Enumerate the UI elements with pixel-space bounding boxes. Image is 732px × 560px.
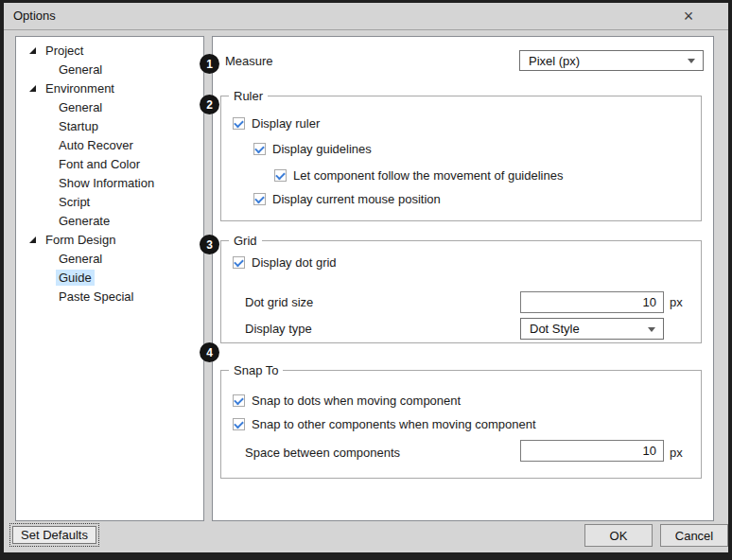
tree-item-show-information[interactable]: Show Information [16, 173, 203, 192]
tree-item-label[interactable]: Project [43, 43, 86, 59]
check-icon [254, 193, 265, 203]
dot-grid-size-unit: px [670, 295, 683, 309]
checkbox-row: Display guidelines [253, 141, 372, 156]
tree-item-label[interactable]: Form Design [43, 232, 118, 248]
check-icon [234, 418, 244, 429]
check-icon [254, 143, 265, 153]
tree-item-label[interactable]: Paste Special [56, 289, 137, 305]
grid-group: Grid Dot grid size 10 px Display type Do… [220, 240, 702, 343]
checkbox-label: Display ruler [252, 116, 320, 131]
tree-item-guide[interactable]: Guide [16, 268, 203, 287]
checkbox[interactable] [253, 143, 266, 155]
checkbox-row: Snap to dots when moving component [233, 393, 461, 408]
check-icon [234, 117, 244, 128]
tree-item-label[interactable]: General [56, 61, 105, 78]
display-type-select-value: Dot Style [530, 322, 580, 336]
check-icon [275, 169, 286, 180]
tree-item-script[interactable]: Script [16, 192, 203, 211]
checkbox[interactable] [233, 394, 245, 407]
dot-grid-size-value: 10 [643, 295, 656, 309]
checkbox[interactable] [233, 117, 245, 130]
expander-icon[interactable] [29, 85, 36, 92]
settings-pane: Measure Pixel (px) Ruler Display rulerDi… [212, 36, 714, 521]
checkbox-row: Let component follow the movement of gui… [274, 167, 563, 183]
ruler-group-title: Ruler [229, 89, 268, 103]
tree-item-label[interactable]: Environment [43, 80, 117, 96]
checkbox-label: Snap to other components when moving com… [252, 417, 536, 431]
tree-item-general[interactable]: General [16, 60, 203, 79]
set-defaults-focus-ring: Set Defaults [9, 523, 99, 547]
callout-badge-3: 3 [200, 235, 219, 254]
close-icon[interactable]: × [675, 3, 702, 29]
tree-item-auto-recover[interactable]: Auto Recover [16, 135, 203, 154]
dot-grid-size-input[interactable]: 10 [520, 291, 664, 313]
checkbox[interactable] [233, 256, 245, 269]
tree-item-label[interactable]: Show Information [56, 175, 157, 191]
measure-select[interactable]: Pixel (px) [519, 50, 704, 71]
checkbox-row: Snap to other components when moving com… [233, 416, 536, 431]
ruler-group: Ruler Display rulerDisplay guidelinesLet… [220, 96, 702, 221]
cancel-button[interactable]: Cancel [660, 524, 728, 547]
checkbox-row: Display dot grid [233, 254, 337, 270]
space-between-unit: px [670, 446, 683, 460]
tree-item-label[interactable]: Script [56, 194, 93, 210]
check-icon [234, 394, 244, 405]
tree-item-label[interactable]: Auto Recover [56, 137, 136, 153]
tree-item-general[interactable]: General [16, 249, 203, 268]
title-bar: Options × [4, 3, 728, 30]
grid-group-title: Grid [229, 234, 262, 248]
expander-icon[interactable] [29, 236, 36, 243]
set-defaults-button[interactable]: Set Defaults [12, 526, 96, 544]
checkbox[interactable] [274, 169, 287, 182]
settings-tree: ProjectGeneralEnvironmentGeneralStartupA… [15, 36, 204, 521]
checkbox-row: Display ruler [233, 115, 320, 131]
display-type-select[interactable]: Dot Style [520, 318, 664, 340]
checkbox-label: Snap to dots when moving component [252, 394, 461, 408]
checkbox[interactable] [233, 418, 245, 430]
window-title: Options [13, 3, 56, 29]
measure-select-value: Pixel (px) [529, 54, 580, 68]
tree-item-label[interactable]: Guide [56, 270, 95, 286]
options-dialog: Options × ProjectGeneralEnvironmentGener… [0, 0, 732, 560]
expander-icon[interactable] [29, 47, 36, 54]
tree-item-paste-special[interactable]: Paste Special [16, 287, 203, 306]
space-between-input[interactable]: 10 [520, 440, 664, 462]
callout-badge-2: 2 [200, 95, 219, 114]
callout-badge-1: 1 [200, 54, 219, 74]
chevron-down-icon [648, 327, 655, 332]
checkbox-label: Display dot grid [252, 255, 337, 270]
tree-item-label[interactable]: General [56, 99, 105, 115]
ok-button[interactable]: OK [584, 524, 653, 547]
display-type-label: Display type [245, 322, 312, 336]
tree-item-label[interactable]: General [56, 251, 105, 267]
checkbox[interactable] [253, 193, 266, 205]
checkbox-label: Let component follow the movement of gui… [293, 168, 563, 183]
tree-item-generate[interactable]: Generate [16, 211, 203, 230]
space-between-value: 10 [643, 444, 656, 458]
chevron-down-icon [688, 59, 695, 63]
check-icon [234, 256, 244, 267]
tree-item-label[interactable]: Startup [56, 118, 101, 134]
measure-label: Measure [225, 54, 273, 68]
tree-item-label[interactable]: Font and Color [56, 156, 143, 172]
checkbox-label: Display guidelines [272, 142, 372, 156]
tree-item-startup[interactable]: Startup [16, 116, 203, 135]
tree-item-label[interactable]: Generate [56, 213, 113, 229]
snap-to-group-title: Snap To [229, 363, 283, 377]
snap-to-group: Snap To Space between components 10 px S… [220, 370, 702, 479]
tree-item-project[interactable]: Project [16, 41, 203, 60]
space-between-label: Space between components [245, 446, 400, 460]
tree-item-general[interactable]: General [16, 97, 203, 116]
checkbox-label: Display current mouse position [272, 192, 441, 206]
callout-badge-4: 4 [200, 342, 219, 362]
tree-item-environment[interactable]: Environment [16, 79, 203, 97]
tree-item-form-design[interactable]: Form Design [16, 230, 203, 249]
checkbox-row: Display current mouse position [253, 191, 441, 206]
tree-item-font-and-color[interactable]: Font and Color [16, 154, 203, 173]
dot-grid-size-label: Dot grid size [245, 295, 313, 309]
